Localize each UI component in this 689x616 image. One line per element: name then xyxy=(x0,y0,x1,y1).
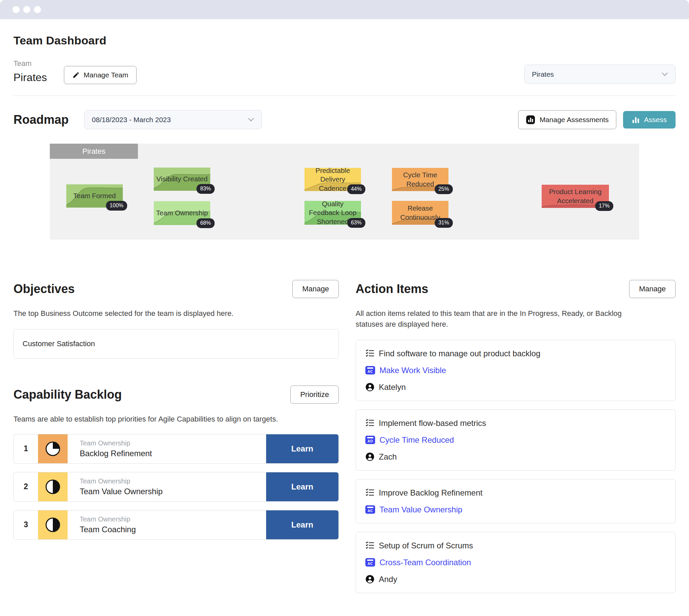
assess-button[interactable]: Assess xyxy=(623,111,675,129)
objectives-manage-button[interactable]: Manage xyxy=(292,280,339,298)
action-item-title: Find software to manage out product back… xyxy=(379,349,540,358)
bar-chart-icon xyxy=(632,116,640,124)
backlog-title: Team Value Ownership xyxy=(80,487,266,496)
backlog-color-swatch xyxy=(38,434,68,463)
action-items-manage-button[interactable]: Manage xyxy=(629,280,675,298)
capability-badge-icon: AC xyxy=(365,558,375,567)
action-item-card[interactable]: Implement flow-based metrics AO Cycle Ti… xyxy=(356,410,675,471)
window-titlebar xyxy=(0,0,689,19)
backlog-title: Backlog Refinement xyxy=(80,449,266,458)
action-items-heading: Action Items xyxy=(356,282,428,296)
capability-badge-icon: AC xyxy=(365,505,375,514)
roadmap-card[interactable]: Release Continuously 31% xyxy=(392,201,448,225)
action-item-owner: Katelyn xyxy=(379,382,406,392)
manage-team-label: Manage Team xyxy=(84,71,129,79)
roadmap-card-percent-badge: 63% xyxy=(347,218,365,228)
window-dot-icon[interactable] xyxy=(23,6,30,13)
learn-button[interactable]: Learn xyxy=(266,434,338,463)
pencil-icon xyxy=(72,71,80,79)
learn-button[interactable]: Learn xyxy=(266,510,338,539)
objectives-description: The top Business Outcome selected for th… xyxy=(14,308,339,319)
action-item-title: Improve Backlog Refinement xyxy=(379,488,483,498)
team-row: Team Pirates Manage Team Pirates xyxy=(14,59,675,84)
backlog-color-swatch xyxy=(38,510,68,539)
backlog-title: Team Coaching xyxy=(80,525,266,534)
action-item-title: Setup of Scrum of Scrums xyxy=(379,541,473,550)
capability-backlog-list: 1 Team Ownership Backlog Refinement Lear… xyxy=(14,434,339,540)
action-item-card[interactable]: Improve Backlog Refinement AC Team Value… xyxy=(356,479,675,524)
roadmap-card-label: Visibility Created xyxy=(156,175,207,184)
roadmap-card-percent-badge: 100% xyxy=(106,201,127,211)
roadmap-date-value: 08/18/2023 - March 2023 xyxy=(92,116,171,124)
roadmap-card[interactable]: Team Ownership 68% xyxy=(154,201,210,225)
half-circle-icon xyxy=(45,517,61,532)
roadmap-card-percent-badge: 31% xyxy=(435,218,453,228)
team-select[interactable]: Pirates xyxy=(524,65,675,84)
backlog-rank: 3 xyxy=(14,510,38,539)
roadmap-date-select[interactable]: 08/18/2023 - March 2023 xyxy=(84,110,262,129)
roadmap-card[interactable]: Predictable Delivery Cadence 44% xyxy=(305,168,361,191)
action-item-link[interactable]: Make Work Visible xyxy=(379,366,446,375)
roadmap-card[interactable]: Quality Feedback Loop Shortened 63% xyxy=(305,201,361,225)
team-label: Team xyxy=(14,59,47,68)
manage-assessments-button[interactable]: Manage Assessments xyxy=(518,110,616,129)
checklist-icon xyxy=(365,419,374,427)
roadmap-heading: Roadmap xyxy=(14,113,69,127)
divider xyxy=(14,95,675,96)
action-item-owner: Andy xyxy=(379,575,397,584)
window-dot-icon[interactable] xyxy=(34,6,41,13)
capability-backlog-heading: Capability Backlog xyxy=(14,388,122,402)
checklist-icon xyxy=(365,488,374,497)
bar-chart-box-icon xyxy=(526,115,535,125)
capability-badge-icon: AC xyxy=(365,366,375,374)
business-outcome-card[interactable]: Customer Satisfaction xyxy=(14,329,339,359)
learn-button[interactable]: Learn xyxy=(266,472,338,501)
half-circle-icon xyxy=(45,479,61,494)
prioritize-button[interactable]: Prioritize xyxy=(290,386,339,404)
roadmap-card[interactable]: Cycle Time Reduced 25% xyxy=(392,168,448,191)
action-item-link[interactable]: Team Value Ownership xyxy=(379,505,462,514)
window-dot-icon[interactable] xyxy=(13,6,20,13)
team-name: Pirates xyxy=(14,71,47,84)
person-icon xyxy=(365,575,374,584)
capability-backlog-row[interactable]: 1 Team Ownership Backlog Refinement Lear… xyxy=(14,434,339,464)
capability-badge-icon: AO xyxy=(365,436,375,444)
roadmap-team-tab: Pirates xyxy=(50,144,138,159)
roadmap-card-percent-badge: 44% xyxy=(347,184,365,194)
action-item-owner: Zach xyxy=(379,452,397,462)
capability-badge-letters: AC xyxy=(365,561,375,567)
roadmap-card[interactable]: Product Learning Accelerated 17% xyxy=(542,185,609,208)
capability-backlog-row[interactable]: 3 Team Ownership Team Coaching Learn xyxy=(14,510,339,540)
roadmap-card-percent-badge: 83% xyxy=(197,184,215,194)
capability-badge-letters: AO xyxy=(365,438,375,444)
roadmap-board: Pirates Team Formed 100% Visibility Crea… xyxy=(50,144,639,240)
roadmap-card-label: Team Ownership xyxy=(156,208,208,218)
person-icon xyxy=(365,452,374,461)
roadmap-card[interactable]: Team Formed 100% xyxy=(66,184,123,207)
action-item-card[interactable]: Find software to manage out product back… xyxy=(356,340,675,401)
capability-backlog-row[interactable]: 2 Team Ownership Team Value Ownership Le… xyxy=(14,472,339,502)
backlog-rank: 2 xyxy=(14,472,38,501)
action-item-card[interactable]: Setup of Scrum of Scrums AC Cross-Team C… xyxy=(356,532,675,593)
checklist-icon xyxy=(365,349,374,358)
backlog-rank: 1 xyxy=(14,434,38,463)
roadmap-card-percent-badge: 68% xyxy=(197,218,215,228)
assess-label: Assess xyxy=(644,116,667,124)
backlog-color-swatch xyxy=(38,472,68,501)
action-item-title: Implement flow-based metrics xyxy=(379,419,486,428)
action-item-link[interactable]: Cycle Time Reduced xyxy=(379,435,454,445)
capability-backlog-description: Teams are able to establish top prioriti… xyxy=(14,414,339,424)
roadmap-card-percent-badge: 25% xyxy=(435,184,453,194)
roadmap-card[interactable]: Visibility Created 83% xyxy=(154,168,210,191)
action-item-link[interactable]: Cross-Team Coordination xyxy=(379,558,471,567)
backlog-category: Team Ownership xyxy=(80,477,266,485)
capability-badge-letters: AC xyxy=(365,508,375,514)
team-select-value: Pirates xyxy=(532,70,554,79)
backlog-category: Team Ownership xyxy=(80,515,266,523)
person-icon xyxy=(365,382,374,392)
action-items-list: Find software to manage out product back… xyxy=(356,340,675,593)
manage-team-button[interactable]: Manage Team xyxy=(64,66,137,84)
capability-badge-letters: AC xyxy=(365,369,375,374)
roadmap-card-percent-badge: 17% xyxy=(595,201,613,211)
pie-quarter-icon xyxy=(45,441,61,457)
